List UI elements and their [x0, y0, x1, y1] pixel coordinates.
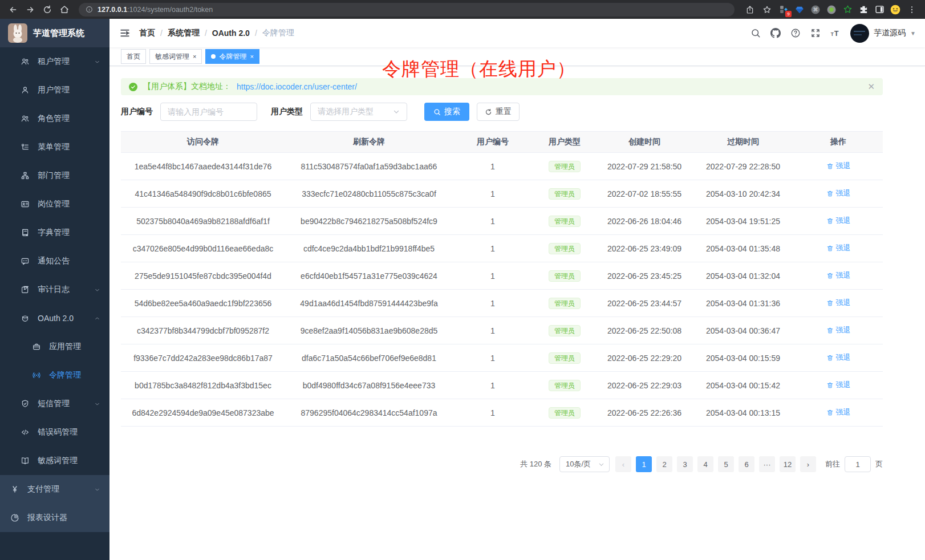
site-info-icon[interactable]	[86, 6, 93, 13]
breadcrumb: 首页/系统管理/OAuth 2.0/令牌管理	[139, 28, 294, 38]
sidebar-item-error-code[interactable]: 错误码管理	[0, 418, 109, 447]
tab-close-icon[interactable]: ×	[250, 54, 253, 60]
extension-grid-button[interactable]: 9	[777, 3, 790, 17]
trash-icon	[826, 217, 834, 225]
user-menu[interactable]: 芋道源码 ▼	[850, 24, 916, 43]
user-type-select[interactable]: 请选择用户类型	[310, 103, 407, 121]
created-time-cell: 2022-06-25 23:45:25	[597, 271, 692, 281]
sidebar-item-label: OAuth 2.0	[38, 314, 74, 323]
tab-label: 首页	[127, 52, 140, 62]
tab-home[interactable]: 首页	[121, 49, 146, 64]
address-bar[interactable]: 127.0.0.1:1024/system/oauth2/token	[79, 3, 735, 17]
force-logout-label: 强退	[836, 298, 851, 308]
report-icon	[10, 513, 19, 522]
breadcrumb-item[interactable]: 系统管理	[168, 28, 200, 38]
reset-button[interactable]: 重置	[477, 103, 520, 121]
help-button[interactable]	[790, 28, 801, 38]
page-size-select[interactable]: 10条/页	[559, 456, 610, 472]
extension-command-button[interactable]: ⌘	[809, 3, 822, 17]
goto-page-input[interactable]	[845, 456, 871, 472]
page-button-1[interactable]: 1	[636, 456, 652, 472]
users-icon	[21, 114, 30, 123]
table-row: 275e5de9151045fe87cbdc395e004f4de6cfd40e…	[121, 262, 883, 290]
force-logout-button[interactable]: 强退	[826, 270, 851, 281]
force-logout-button[interactable]: 强退	[826, 243, 851, 253]
refresh-icon	[485, 108, 492, 116]
search-button[interactable]: 搜索	[424, 103, 469, 121]
column-header: 访问令牌	[121, 137, 285, 147]
font-size-button[interactable]: TT	[830, 28, 841, 38]
tab-close-icon[interactable]: ×	[193, 54, 196, 60]
alert-close-icon[interactable]: ✕	[867, 82, 875, 92]
sidebar-item-report[interactable]: 报表设计器	[0, 504, 109, 532]
user-id-cell: 1	[453, 299, 533, 308]
breadcrumb-item[interactable]: 首页	[139, 28, 155, 38]
next-page-button[interactable]: ›	[800, 456, 816, 472]
refresh-token-cell: 9ce8ef2aa9f14056b831ae9b608e28d5	[285, 326, 453, 335]
sidebar-item-oauth-app[interactable]: 应用管理	[0, 332, 109, 361]
extensions-puzzle-button[interactable]	[857, 3, 870, 17]
table-row: c347026e805e4d99b0d116eae66eda8ccdfc4ce9…	[121, 235, 883, 262]
github-link-button[interactable]	[770, 28, 781, 38]
doc-link[interactable]: https://doc.iocoder.cn/user-center/	[237, 82, 357, 91]
page-button-2[interactable]: 2	[656, 456, 672, 472]
page-button-5[interactable]: 5	[718, 456, 734, 472]
robot-icon	[21, 314, 30, 323]
tab-token[interactable]: 令牌管理×	[205, 49, 259, 64]
sidebar-item-role[interactable]: 角色管理	[0, 104, 109, 133]
force-logout-button[interactable]: 强退	[826, 325, 851, 335]
force-logout-button[interactable]: 强退	[826, 216, 851, 226]
browser-home-button[interactable]	[57, 2, 72, 17]
force-logout-button[interactable]: 强退	[826, 161, 851, 171]
extension-star-button[interactable]	[841, 3, 854, 17]
browser-forward-button[interactable]	[23, 2, 38, 17]
sidebar-item-menu[interactable]: 菜单管理	[0, 133, 109, 161]
tab-sensitive-word[interactable]: 敏感词管理×	[149, 49, 202, 64]
created-time-cell: 2022-06-25 22:26:36	[597, 408, 692, 417]
sidebar-item-audit-log[interactable]: 审计日志	[0, 275, 109, 304]
extension-gem-button[interactable]	[793, 3, 806, 17]
chevron-down-icon	[598, 461, 605, 468]
app-logo-band[interactable]: 芋道管理系统	[0, 19, 109, 47]
fullscreen-button[interactable]	[810, 28, 821, 38]
page-button-12[interactable]: 12	[780, 456, 796, 472]
prev-page-button[interactable]: ‹	[615, 456, 631, 472]
side-panel-button[interactable]	[873, 3, 886, 17]
header-search-button[interactable]	[750, 28, 761, 38]
extension-record-button[interactable]	[825, 3, 838, 17]
trash-icon	[826, 382, 834, 389]
share-button[interactable]	[743, 2, 757, 17]
force-logout-button[interactable]: 强退	[826, 380, 851, 390]
force-logout-button[interactable]: 强退	[826, 188, 851, 198]
browser-back-button[interactable]	[6, 2, 21, 17]
breadcrumb-item[interactable]: OAuth 2.0	[212, 29, 250, 38]
created-time-cell: 2022-06-25 22:29:20	[597, 354, 692, 363]
sidebar-item-sms[interactable]: 短信管理	[0, 389, 109, 418]
page-button-4[interactable]: 4	[697, 456, 713, 472]
force-logout-button[interactable]: 强退	[826, 352, 851, 363]
sidebar-item-oauth2[interactable]: OAuth 2.0	[0, 304, 109, 332]
sidebar-item-dept[interactable]: 部门管理	[0, 161, 109, 190]
force-logout-button[interactable]: 强退	[826, 407, 851, 417]
code-icon	[21, 428, 30, 437]
sidebar-collapse-button[interactable]	[120, 28, 130, 38]
sidebar-item-dict[interactable]: 字典管理	[0, 218, 109, 247]
sidebar-item-oauth-token[interactable]: 令牌管理	[0, 361, 109, 389]
sidebar-item-notice[interactable]: 通知公告	[0, 247, 109, 275]
force-logout-button[interactable]: 强退	[826, 298, 851, 308]
more-pages-button[interactable]: ···	[759, 456, 775, 472]
sidebar-item-post[interactable]: 岗位管理	[0, 190, 109, 218]
app-logo	[8, 23, 27, 43]
sidebar-item-pay[interactable]: 支付管理	[0, 475, 109, 504]
browser-menu-button[interactable]	[904, 2, 919, 17]
sidebar-item-sensitive-word[interactable]: 敏感词管理	[0, 447, 109, 475]
page-button-3[interactable]: 3	[677, 456, 693, 472]
sidebar-item-tenant[interactable]: 租户管理	[0, 47, 109, 76]
user-id-input[interactable]	[160, 103, 257, 121]
sidebar-item-user[interactable]: 用户管理	[0, 76, 109, 104]
column-header: 用户类型	[533, 137, 597, 147]
bookmark-button[interactable]	[760, 2, 774, 17]
profile-avatar-button[interactable]	[889, 3, 902, 17]
page-button-6[interactable]: 6	[739, 456, 754, 472]
browser-reload-button[interactable]	[40, 2, 55, 17]
